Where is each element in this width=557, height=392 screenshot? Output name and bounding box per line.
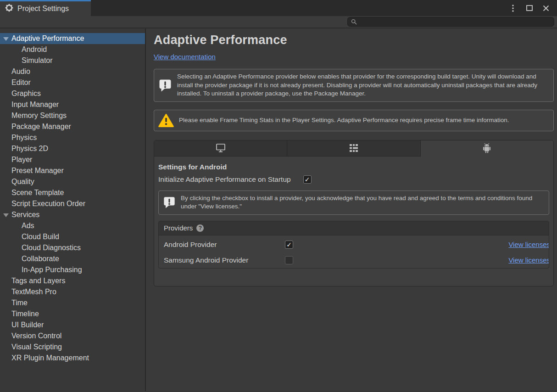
sidebar-item-physics[interactable]: Physics — [0, 132, 145, 143]
sidebar-item-cloud-diagnostics[interactable]: Cloud Diagnostics — [0, 242, 145, 253]
license-notice-text: By clicking the checkbox to install a pr… — [181, 194, 543, 211]
sidebar-item-version-control[interactable]: Version Control — [0, 330, 145, 342]
search-input[interactable] — [359, 18, 551, 25]
sidebar-item-package-manager[interactable]: Package Manager — [0, 121, 145, 132]
warning-helpbox-text: Please enable Frame Timing Stats in the … — [179, 116, 509, 125]
window-tab-project-settings[interactable]: Project Settings — [0, 0, 91, 16]
sidebar-item-collaborate[interactable]: Collaborate — [0, 253, 145, 264]
sidebar-item-label: Adaptive Performance — [11, 34, 84, 42]
providers-rows: Android Provider✓View licensesSamsung An… — [159, 237, 549, 268]
sidebar-item-label: Collaborate — [22, 255, 59, 263]
providers-header: Providers ? — [159, 221, 549, 235]
settings-for-android-header: Settings for Android — [158, 163, 549, 171]
android-icon — [482, 143, 492, 153]
window-controls — [509, 0, 557, 16]
warning-icon — [158, 113, 174, 128]
sidebar-item-memory-settings[interactable]: Memory Settings — [0, 110, 145, 121]
gear-icon — [5, 4, 13, 14]
maximize-icon[interactable] — [526, 5, 533, 12]
settings-toolbar — [0, 16, 557, 28]
main-panel: Adaptive Performance View documentation … — [146, 28, 557, 391]
info-icon — [158, 78, 172, 92]
provider-checkbox[interactable] — [285, 256, 293, 264]
platform-tab-desktop[interactable] — [154, 140, 287, 157]
sidebar-item-timeline[interactable]: Timeline — [0, 308, 145, 319]
desktop-icon — [215, 143, 226, 153]
kebab-menu-icon[interactable] — [509, 5, 517, 12]
platform-tabstrip — [154, 140, 553, 157]
sidebar-item-visual-scripting[interactable]: Visual Scripting — [0, 342, 145, 353]
sidebar-item-label: In-App Purchasing — [22, 266, 82, 274]
initialize-on-startup-checkbox[interactable]: ✓ — [303, 175, 312, 184]
sidebar-item-editor[interactable]: Editor — [0, 77, 145, 88]
search-field[interactable] — [347, 17, 554, 27]
sidebar-item-scene-template[interactable]: Scene Template — [0, 187, 145, 198]
page-title: Adaptive Performance — [154, 33, 554, 47]
sidebar-item-label: Scene Template — [11, 189, 64, 196]
info-helpbox: Selecting an Adaptive Performance provid… — [154, 69, 554, 102]
sidebar-item-label: Memory Settings — [11, 112, 67, 119]
provider-checkbox[interactable]: ✓ — [285, 241, 293, 249]
sidebar-item-time[interactable]: Time — [0, 297, 145, 308]
sidebar-item-label: Input Manager — [11, 101, 59, 108]
sidebar-item-label: Physics — [11, 134, 37, 141]
sidebar: Adaptive PerformanceAndroidSimulatorAudi… — [0, 28, 146, 391]
sidebar-item-label: Script Execution Order — [11, 200, 85, 207]
foldout-triangle-icon[interactable] — [3, 37, 9, 41]
sidebar-item-player[interactable]: Player — [0, 154, 145, 165]
sidebar-item-textmesh-pro[interactable]: TextMesh Pro — [0, 286, 145, 297]
sidebar-item-label: Version Control — [11, 332, 61, 340]
sidebar-item-adaptive-performance[interactable]: Adaptive Performance — [0, 33, 145, 44]
title-bar: Project Settings — [0, 0, 557, 16]
providers-header-label: Providers — [164, 224, 193, 232]
provider-label: Samsung Android Provider — [164, 256, 285, 264]
sidebar-item-in-app-purchasing[interactable]: In-App Purchasing — [0, 264, 145, 275]
sidebar-item-label: Editor — [11, 78, 31, 86]
view-licenses-link[interactable]: View licenses — [508, 256, 549, 264]
view-licenses-link[interactable]: View licenses — [508, 241, 549, 248]
sidebar-item-simulator[interactable]: Simulator — [0, 55, 145, 66]
provider-row-samsung-android-provider: Samsung Android ProviderView licenses — [159, 252, 549, 268]
sidebar-item-android[interactable]: Android — [0, 44, 145, 55]
sidebar-item-services[interactable]: Services — [0, 209, 145, 220]
sidebar-item-label: Visual Scripting — [11, 343, 62, 351]
info-helpbox-text: Selecting an Adaptive Performance provid… — [177, 73, 548, 98]
sidebar-item-cloud-build[interactable]: Cloud Build — [0, 231, 145, 242]
provider-label: Android Provider — [164, 241, 285, 249]
sidebar-item-xr-plugin-management[interactable]: XR Plugin Management — [0, 353, 145, 364]
sidebar-item-label: Simulator — [22, 56, 53, 64]
info-icon — [163, 196, 176, 209]
sidebar-item-input-manager[interactable]: Input Manager — [0, 99, 145, 110]
window-tab-label: Project Settings — [17, 5, 69, 13]
sidebar-item-ui-builder[interactable]: UI Builder — [0, 319, 145, 330]
sidebar-item-label: Timeline — [11, 310, 39, 318]
sidebar-item-label: Audio — [11, 67, 30, 75]
initialize-on-startup-label: Initialize Adaptive Performance on Start… — [158, 175, 291, 184]
foldout-triangle-icon[interactable] — [3, 213, 9, 217]
sidebar-item-label: Services — [11, 211, 39, 218]
close-icon[interactable] — [542, 5, 550, 12]
sidebar-item-physics-2d[interactable]: Physics 2D — [0, 143, 145, 154]
sidebar-item-label: Time — [11, 299, 28, 307]
sidebar-item-tags-and-layers[interactable]: Tags and Layers — [0, 275, 145, 286]
providers-section: Providers ? Android Provider✓View licens… — [158, 221, 549, 269]
sidebar-item-quality[interactable]: Quality — [0, 176, 145, 187]
sidebar-item-label: Package Manager — [11, 123, 71, 130]
help-icon[interactable]: ? — [196, 224, 204, 232]
sidebar-item-label: Android — [22, 45, 47, 53]
platform-tab-modules[interactable] — [287, 140, 420, 157]
sidebar-item-audio[interactable]: Audio — [0, 66, 145, 77]
sidebar-item-label: TextMesh Pro — [11, 288, 56, 296]
sidebar-item-label: Player — [11, 156, 32, 163]
sidebar-item-script-execution-order[interactable]: Script Execution Order — [0, 198, 145, 209]
sidebar-item-label: Ads — [22, 222, 34, 230]
sidebar-item-ads[interactable]: Ads — [0, 220, 145, 231]
sidebar-item-graphics[interactable]: Graphics — [0, 88, 145, 99]
sidebar-item-label: Physics 2D — [11, 145, 48, 152]
search-icon — [351, 19, 357, 25]
sidebar-item-preset-manager[interactable]: Preset Manager — [0, 165, 145, 176]
sidebar-item-label: Quality — [11, 178, 34, 185]
initialize-on-startup-row: Initialize Adaptive Performance on Start… — [158, 175, 549, 184]
platform-tab-android[interactable] — [421, 140, 553, 157]
view-documentation-link[interactable]: View documentation — [154, 53, 216, 61]
